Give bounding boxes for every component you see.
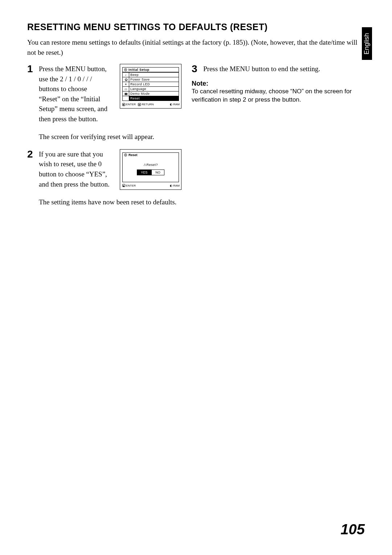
enter-icon: ▶ — [122, 184, 125, 187]
intro-text: You can restore menu settings to default… — [27, 37, 365, 57]
screen-footer: ▶ENTER ◐RAM — [120, 183, 181, 189]
footer-return: RETURN — [142, 103, 154, 106]
reset-prompt-text: Reset? — [146, 163, 158, 167]
menu-item: Power Save — [129, 77, 179, 82]
reset-confirm-screen: Reset ⚠Reset? YES NO — [120, 149, 181, 190]
ram-icon: ◐ — [170, 103, 172, 106]
step-text: Press the MENU button to end the setting… — [203, 64, 365, 74]
screen2-title-text: Reset — [128, 153, 138, 157]
step-2: 2 If you are sure that you wish to reset… — [27, 149, 114, 189]
step-1-followup: The screen for verifying reset will appe… — [39, 132, 181, 142]
gear-icon — [124, 153, 127, 157]
step-1: 1 Press the MENU button, use the 2 / 1 /… — [27, 64, 114, 124]
step-1-row: 1 Press the MENU button, use the 2 / 1 /… — [27, 64, 181, 128]
note-label: Note: — [192, 80, 365, 87]
language-icon: ▭ — [123, 86, 129, 91]
left-column: 1 Press the MENU button, use the 2 / 1 /… — [27, 64, 181, 215]
menu-item: Beep — [129, 72, 179, 77]
screen2-title: Reset — [123, 153, 179, 157]
screen-footer: ▶ENTER ■RETURN ◐RAM — [120, 102, 181, 108]
reset-icon — [123, 96, 129, 101]
right-column: 3 Press the MENU button to end the setti… — [192, 64, 365, 215]
step-text: If you are sure that you wish to reset, … — [39, 149, 114, 189]
step-2-row: 2 If you are sure that you wish to reset… — [27, 149, 181, 193]
footer-ram: RAM — [173, 103, 180, 106]
language-label: English — [363, 33, 371, 54]
beep-icon: ♪ — [123, 72, 129, 77]
power-icon: ⏻ — [123, 77, 129, 82]
svg-point-1 — [125, 69, 126, 70]
menu-item: Record LED — [129, 82, 179, 86]
no-option: NO — [151, 170, 164, 175]
screen1-title-text: Initial Setup — [128, 68, 150, 72]
note-text: To cancel resetting midway, choose “NO” … — [192, 87, 365, 104]
step-text: Press the MENU button, use the 2 / 1 / 0… — [39, 64, 114, 124]
step-2-followup: The setting items have now been reset to… — [39, 197, 181, 207]
return-icon: ■ — [138, 103, 141, 106]
initial-setup-screen: Initial Setup ♪Beep ⏻Power Save ☀Record … — [120, 64, 181, 109]
page: English RESETTING MENU SETTINGS TO DEFAU… — [0, 0, 392, 555]
svg-point-3 — [125, 155, 126, 155]
content-columns: 1 Press the MENU button, use the 2 / 1 /… — [27, 64, 365, 215]
led-icon: ☀ — [123, 82, 129, 86]
footer-ram: RAM — [173, 184, 180, 187]
menu-item-selected: Reset — [129, 96, 179, 101]
yes-option: YES — [137, 170, 151, 175]
screen-title: Initial Setup — [123, 68, 179, 72]
step-number: 2 — [27, 149, 35, 159]
menu-item: Demo Mode — [129, 91, 179, 96]
step-2-body: If you are sure that you wish to reset, … — [39, 149, 114, 189]
page-number: 105 — [340, 521, 365, 538]
step-3: 3 Press the MENU button to end the setti… — [192, 64, 365, 74]
footer-enter: ENTER — [126, 103, 136, 106]
step-number: 3 — [192, 64, 200, 74]
enter-icon: ▶ — [122, 103, 125, 106]
page-title: RESETTING MENU SETTINGS TO DEFAULTS (RES… — [27, 22, 365, 32]
reset-prompt: ⚠Reset? — [123, 163, 179, 167]
yes-no-group: YES NO — [123, 170, 179, 175]
gear-icon — [124, 68, 127, 72]
footer-enter: ENTER — [126, 184, 136, 187]
step-1-body: Press the MENU button, use the 2 / 1 / 0… — [39, 64, 110, 124]
ram-icon: ◐ — [170, 184, 172, 187]
menu-item: Language — [129, 86, 179, 91]
demo-icon: ▮▮ — [123, 91, 129, 96]
language-tab: English — [362, 27, 372, 60]
step-number: 1 — [27, 64, 35, 74]
